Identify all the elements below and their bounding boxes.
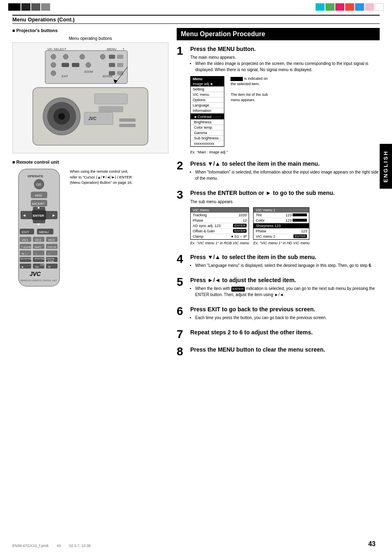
vic-label-tint: Tint xyxy=(256,213,262,217)
section-title: Menu Operations (Cont.) xyxy=(12,16,75,23)
step-2-title: Press ▼/▲ to select the item in the main… xyxy=(190,160,380,167)
svg-rect-28 xyxy=(99,106,123,112)
svg-text:VIC SELECT: VIC SELECT xyxy=(47,47,67,51)
color-bars xyxy=(316,3,384,11)
svg-rect-9 xyxy=(117,55,123,59)
svg-text:KEYSTONE: KEYSTONE xyxy=(21,257,32,260)
svg-text:HDD: HDD xyxy=(35,194,42,197)
menu-item-language: Language xyxy=(191,103,224,108)
bar-pink xyxy=(365,3,374,11)
vic-row-tint: Tint 123 xyxy=(254,213,309,218)
svg-rect-16 xyxy=(117,63,123,67)
step-7-title: Repeat steps 2 to 6 to adjust the other … xyxy=(190,329,380,336)
main-menu-box: Menu Image adj.► Setting VIC menu Option… xyxy=(190,76,224,147)
step-8: 8 Press the MENU button to clear the men… xyxy=(177,346,380,357)
svg-point-26 xyxy=(58,113,65,120)
color-bar xyxy=(293,219,307,222)
svg-text:ENTER: ENTER xyxy=(103,75,113,78)
svg-point-17 xyxy=(51,71,56,76)
step-4-title: Press ▼/▲ to select the item in the sub … xyxy=(190,253,380,261)
vic-row-sharpness: Sharpness 123 xyxy=(254,223,309,229)
indicated-bar xyxy=(231,77,243,81)
svg-text:◄: ◄ xyxy=(22,213,26,218)
step-3-body: The sub menu appears. xyxy=(190,199,380,205)
vic-row-adsync: AD sync adj. 123 ENTER xyxy=(191,223,249,229)
svg-point-4 xyxy=(51,54,56,59)
vic-label-vic2: VIC menu 2 xyxy=(256,234,275,239)
projector-svg: VIC SELECT MENU T xyxy=(21,46,160,149)
vic-val-tint: 123 xyxy=(286,213,307,217)
footer-left: EN39-47GX1G_f.pm6 xyxy=(12,544,48,548)
remote-diagram: OPERATE O/I HDD BACK/RT xyxy=(12,167,168,290)
step-1-content: Press the MENU button. The main menu app… xyxy=(190,45,380,154)
svg-text:▼: ▼ xyxy=(37,222,41,227)
menu-item-options: Options xyxy=(191,97,224,103)
vic-val-phase: 12 xyxy=(242,218,247,222)
step-4: 4 Press ▼/▲ to select the item in the su… xyxy=(177,253,380,271)
svg-rect-30 xyxy=(119,124,136,127)
svg-text:▲: ▲ xyxy=(37,205,41,209)
step-1: 1 Press the MENU button. The main menu a… xyxy=(177,45,380,154)
sub-item-sub-brightness: Sub brightness : xyxy=(191,136,224,141)
vic-val-clamp: ● S1 ○ IP xyxy=(231,234,247,239)
offset-badge: ENTER xyxy=(233,229,247,233)
menu-item-image-adj: Image adj.► xyxy=(191,81,224,87)
step-7-num: 7 xyxy=(177,329,187,340)
remote-note: When using the remote control unit, refe… xyxy=(70,169,136,186)
footer-info: EN39-47GX1G_f.pm6 43 02.3.7, 13:38 xyxy=(12,544,91,548)
vic-label-adsync: AD sync adj. 123 xyxy=(193,224,221,228)
vic2-badge: ENTER xyxy=(293,234,307,238)
svg-text:ENTER: ENTER xyxy=(33,214,44,218)
vic-row-phase: Phase 12 xyxy=(191,218,249,223)
svg-text:OFF: OFF xyxy=(40,264,44,266)
vic-hd-group: VIC menu 1 Tint 123 Color 123 xyxy=(253,207,309,245)
svg-text:RM49QX1G REMOTE CONTROL UNIT: RM49QX1G REMOTE CONTROL UNIT xyxy=(21,279,57,282)
bar-magenta xyxy=(335,3,344,11)
projectors-buttons-section: ■ Projector's buttons Menu operating but… xyxy=(12,28,168,290)
svg-text:JVC: JVC xyxy=(88,116,97,121)
adsync-badge: ENTER xyxy=(233,224,247,227)
item-list-note: The item list of the submenu appears. xyxy=(231,92,268,102)
step-2-body: When "Information" is selected, the info… xyxy=(190,169,380,181)
menu-item-vic: VIC menu xyxy=(191,92,224,97)
svg-text:O/I: O/I xyxy=(36,183,41,187)
svg-rect-11 xyxy=(62,63,69,67)
vic-label-clamp: Clamp xyxy=(193,234,203,239)
vic-row-clamp: Clamp ● S1 ○ IP xyxy=(191,234,249,239)
svg-point-7 xyxy=(100,54,105,59)
svg-text:■: ■ xyxy=(22,266,23,268)
projector-diagram: VIC SELECT MENU T xyxy=(12,42,168,153)
vic-row-tracking: Tracking 1020 xyxy=(191,213,249,218)
vic-row-color: Color 123 xyxy=(254,218,309,223)
menu-title: Menu xyxy=(191,76,224,81)
bar-cyan xyxy=(316,3,325,11)
step-6: 6 Press EXIT to go back to the previous … xyxy=(177,306,380,323)
step-3-title: Press the ENTER button or ► to go to the… xyxy=(190,189,380,197)
bar-4 xyxy=(41,3,50,11)
page-content: Menu Operations (Cont.) ■ Projector's bu… xyxy=(0,11,392,371)
page-number: 43 xyxy=(368,540,376,548)
step-6-body: Each time you press the button, you can … xyxy=(190,315,380,321)
vic-row-phase-hd: Phase 123 xyxy=(254,229,309,234)
step-8-num: 8 xyxy=(177,346,187,357)
vic-val-color: 123 xyxy=(286,218,307,222)
svg-rect-8 xyxy=(109,55,115,59)
svg-text:VIC3: VIC3 xyxy=(48,239,55,241)
step1-note: Ex. "Main : Image adj." xyxy=(190,150,380,154)
main-layout: ■ Projector's buttons Menu operating but… xyxy=(12,28,380,363)
svg-text:MENU: MENU xyxy=(107,47,117,51)
vic-val-tracking: 1020 xyxy=(238,213,247,217)
bar-red xyxy=(345,3,354,11)
sub-item-gamma: Gamma xyxy=(191,130,224,136)
bar-3 xyxy=(31,3,40,11)
vic-hd-title: VIC menu 1 xyxy=(254,208,309,213)
svg-text:W —: W — xyxy=(22,253,27,255)
step-5-num: 5 xyxy=(177,276,187,300)
svg-text:SHIFT: SHIFT xyxy=(35,246,42,248)
step-3-num: 3 xyxy=(177,189,187,247)
svg-point-6 xyxy=(80,54,85,59)
step-1-body: The main menu appears. When the video im… xyxy=(190,54,380,73)
vic-rgb-title: VIC menu xyxy=(191,208,249,213)
step-1-title: Press the MENU button. xyxy=(190,45,380,53)
svg-text:W: W xyxy=(48,266,51,268)
